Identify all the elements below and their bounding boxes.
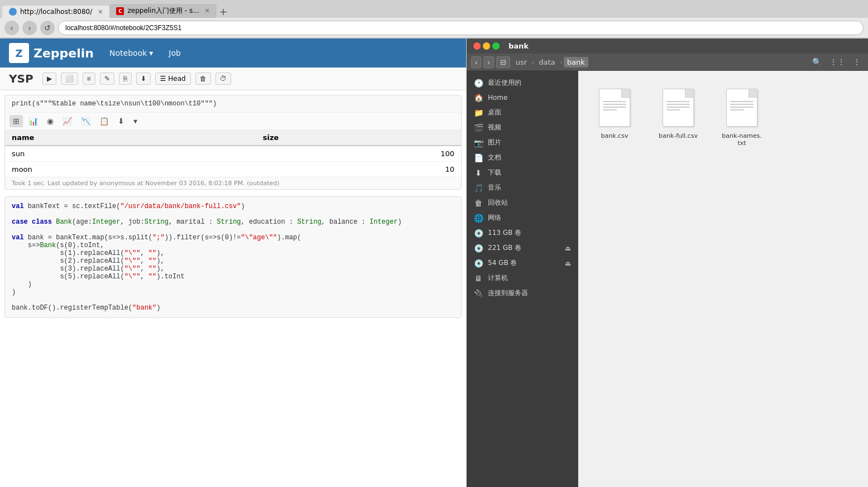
trash-icon: 🗑 — [200, 75, 207, 83]
fm-forward-button[interactable]: › — [483, 56, 493, 68]
run-all-button[interactable]: ▶ — [42, 73, 56, 85]
stop-button[interactable]: ⬜ — [61, 73, 78, 85]
sidebar-item-vol113[interactable]: 💿 113 GB 卷 — [467, 225, 578, 240]
fm-close-button[interactable] — [473, 42, 481, 50]
area-chart-button[interactable]: 📈 — [59, 115, 75, 127]
line-chart-button[interactable]: 📉 — [78, 115, 94, 127]
forward-button[interactable]: › — [22, 21, 37, 35]
copy-icon: ⎘ — [123, 75, 127, 83]
fm-bread-data[interactable]: data — [535, 57, 558, 67]
tab-close-2[interactable]: ✕ — [205, 7, 210, 15]
home-icon: 🏠 — [473, 93, 483, 102]
cell-1-footer: Took 1 sec. Last updated by anonymous at… — [5, 177, 461, 189]
zeppelin-favicon — [9, 8, 17, 16]
nav-job[interactable]: Job — [162, 45, 188, 61]
pie-chart-button[interactable]: ◉ — [44, 115, 57, 127]
file-bank-csv[interactable]: bank.csv — [589, 82, 640, 144]
result-table-container: name size sun 100 moon 10 — [5, 130, 461, 177]
tab-zeppelin[interactable]: http://localhost:8080/ ✕ — [2, 6, 109, 18]
vol54-eject-icon[interactable]: ⏏ — [565, 259, 571, 267]
sidebar-label-pictures: 图片 — [488, 138, 501, 147]
bar-chart-button[interactable]: 📊 — [25, 115, 41, 127]
pictures-icon: 📷 — [473, 138, 483, 147]
fm-minimize-button[interactable] — [483, 42, 490, 50]
zeppelin-panel: Z Zeppelin Notebook ▾ Job YSP ▶ ⬜ ≡ ✎ ⎘ … — [0, 38, 467, 487]
scatter-chart-button[interactable]: 📋 — [96, 115, 112, 127]
delete-button[interactable]: 🗑 — [195, 73, 211, 85]
fm-bread-usr[interactable]: usr — [512, 57, 530, 67]
sidebar-item-trash[interactable]: 🗑 回收站 — [467, 195, 578, 210]
back-button[interactable]: ‹ — [4, 21, 19, 35]
sidebar-label-downloads: 下载 — [488, 168, 501, 177]
row-1-name: sun — [5, 146, 256, 162]
settings-icon: ≡ — [87, 75, 91, 83]
fm-bread-bank[interactable]: bank — [564, 57, 588, 67]
fm-back-button[interactable]: ‹ — [471, 56, 481, 68]
vol221-eject-icon[interactable]: ⏏ — [565, 244, 571, 252]
file-name-bank-names-txt: bank-names.txt — [721, 132, 763, 147]
col-size-header: size — [256, 130, 461, 146]
sidebar-item-music[interactable]: 🎵 音乐 — [467, 180, 578, 195]
cell-1-code[interactable]: print(s"""%table name\tsize\nsun\t100\nm… — [5, 95, 461, 113]
sidebar-item-home[interactable]: 🏠 Home — [467, 90, 578, 105]
sidebar-item-video[interactable]: 🎬 视频 — [467, 120, 578, 135]
fm-menu-button[interactable]: ⋮⋮ — [827, 56, 848, 68]
tab-label-2: zeppelin入门使用 - s... — [127, 6, 199, 16]
code-line — [12, 210, 454, 218]
code-line: s(1).replaceAll("\"", ""), — [12, 249, 454, 257]
cell-2-code[interactable]: val bankText = sc.textFile("/usr/data/ba… — [5, 197, 461, 317]
result-table: name size sun 100 moon 10 — [5, 130, 461, 177]
edit-button[interactable]: ✎ — [100, 73, 114, 85]
sidebar-item-downloads[interactable]: ⬇ 下载 — [467, 165, 578, 180]
code-line: val bank = bankText.map(s=>s.split(";"))… — [12, 234, 454, 242]
export-button[interactable]: ⬇ — [136, 73, 151, 85]
download-result-button[interactable]: ⬇ — [114, 115, 128, 127]
sidebar-item-vol54[interactable]: 💿 54 GB 卷 ⏏ — [467, 255, 578, 271]
settings-button[interactable]: ≡ — [83, 73, 95, 85]
sidebar-label-home: Home — [488, 94, 507, 102]
new-tab-button[interactable]: + — [217, 4, 230, 18]
fm-maximize-button[interactable] — [492, 42, 500, 50]
sidebar-item-recent[interactable]: 🕐 最近使用的 — [467, 75, 578, 90]
computer-icon: 🖥 — [473, 274, 483, 283]
address-bar: ‹ › ↺ — [0, 18, 868, 38]
code-line: ) — [12, 281, 454, 288]
download-more-button[interactable]: ▾ — [130, 115, 141, 127]
head-button[interactable]: ☰ Head — [155, 73, 191, 85]
sidebar-item-pictures[interactable]: 📷 图片 — [467, 135, 578, 150]
fm-options-button[interactable]: ⋮ — [850, 56, 864, 68]
code-line: s=>Bank(s(0).toInt, — [12, 242, 454, 249]
tab-close-1[interactable]: ✕ — [98, 8, 103, 16]
sidebar-item-server[interactable]: 🔌 连接到服务器 — [467, 286, 578, 301]
vol113-icon: 💿 — [473, 229, 483, 238]
sidebar-label-desktop: 桌面 — [488, 108, 501, 117]
sidebar-item-desktop[interactable]: 📁 桌面 — [467, 105, 578, 120]
zeppelin-logo: Z Zeppelin — [9, 43, 94, 63]
sidebar-item-network[interactable]: 🌐 网络 — [467, 210, 578, 225]
zeppelin-header: Z Zeppelin Notebook ▾ Job — [0, 38, 466, 67]
tab-bar: http://localhost:8080/ ✕ C zeppelin入门使用 … — [0, 0, 868, 18]
fm-toolbar: ‹ › ⊟ usr › data › bank 🔍 ⋮⋮ ⋮ — [467, 54, 868, 71]
pencil-icon: ✎ — [104, 75, 110, 83]
nav-notebook[interactable]: Notebook ▾ — [103, 45, 160, 61]
file-name-bank-csv: bank.csv — [601, 132, 629, 139]
tab-zeppelin2[interactable]: C zeppelin入门使用 - s... ✕ — [109, 4, 216, 18]
row-2-size: 10 — [256, 162, 461, 177]
reload-button[interactable]: ↺ — [40, 21, 55, 35]
file-bank-full-csv[interactable]: bank-full.csv — [653, 82, 703, 144]
url-input[interactable] — [58, 21, 864, 35]
file-name-bank-full-csv: bank-full.csv — [659, 132, 698, 139]
copy-button[interactable]: ⎘ — [119, 73, 132, 85]
nav-notebook-arrow: ▾ — [149, 49, 153, 57]
timer-button[interactable]: ⏱ — [215, 73, 231, 85]
sidebar-item-vol221[interactable]: 💿 221 GB 卷 ⏏ — [467, 240, 578, 255]
fm-search-button[interactable]: 🔍 — [809, 56, 824, 68]
code-line: s(2).replaceAll("\"", ""), — [12, 257, 454, 265]
sidebar-label-network: 网络 — [488, 213, 501, 223]
fm-view-toggle-button[interactable]: ⊟ — [496, 56, 510, 68]
sidebar-item-documents[interactable]: 📄 文档 — [467, 150, 578, 165]
file-bank-names-txt[interactable]: bank-names.txt — [717, 82, 767, 151]
sidebar-item-computer[interactable]: 🖥 计算机 — [467, 271, 578, 286]
table-view-button[interactable]: ⊞ — [9, 115, 23, 127]
fm-window-controls — [473, 42, 500, 50]
